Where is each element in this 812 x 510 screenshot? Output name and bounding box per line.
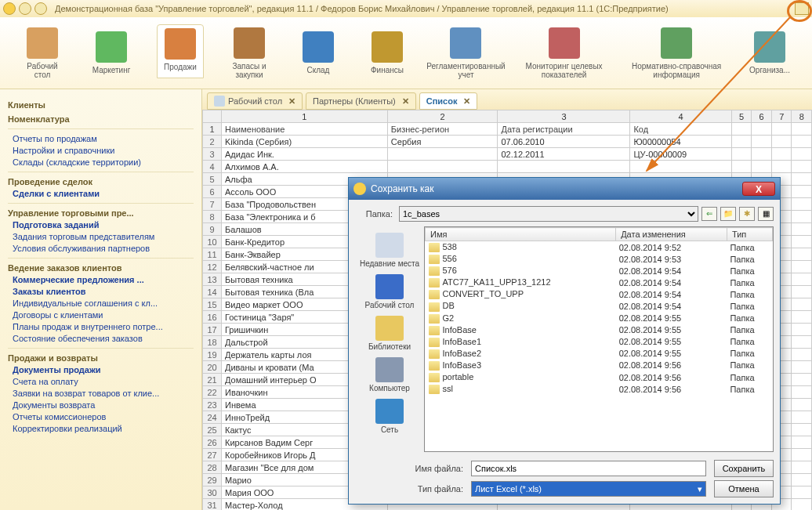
grid-row[interactable]: 3Адидас Инк.02.12.2011ЦУ-00000009 — [203, 148, 812, 161]
filelist-col[interactable]: Дата изменения — [616, 228, 727, 241]
tab-close-icon[interactable]: ✕ — [463, 96, 470, 107]
place-item[interactable]: Недавние места — [360, 233, 419, 268]
main-toolbar: Рабочий столМаркетингПродажиЗапасы и зак… — [0, 17, 812, 89]
toolbar-label: Маркетинг — [92, 66, 131, 74]
folder-select[interactable]: 1c_bases — [399, 206, 698, 222]
app-icon[interactable] — [3, 2, 16, 15]
toolbar-label: Продажи — [164, 63, 197, 71]
sidebar-link[interactable]: Настройки и справочники — [13, 146, 194, 155]
favorites-icon[interactable] — [19, 2, 31, 15]
dialog-close-button[interactable]: X — [742, 182, 775, 196]
filelist-row[interactable]: 55602.08.2014 9:53Папка — [426, 253, 773, 265]
filelist-row[interactable]: 53802.08.2014 9:52Папка — [426, 241, 773, 254]
tab[interactable]: Партнеры (Клиенты)✕ — [306, 92, 416, 110]
dialog-titlebar: Сохранить как X — [349, 178, 780, 200]
tab-close-icon[interactable]: ✕ — [288, 96, 295, 107]
filelist-row[interactable]: InfoBase302.08.2014 9:56Папка — [426, 360, 773, 371]
filename-input[interactable] — [471, 461, 706, 476]
grid-col-header[interactable]: 1 — [222, 110, 388, 123]
sidebar-link[interactable]: Корректировки реализаций — [13, 424, 194, 433]
nav-up-button[interactable]: 📁 — [720, 207, 736, 221]
filelist-type: Папка — [727, 241, 772, 254]
grid-col-header[interactable]: 4 — [630, 110, 731, 123]
filelist-name: 538 — [426, 241, 616, 254]
filelist-name: CONVERT_TO_UPP — [426, 288, 616, 300]
filelist-row[interactable]: ssl02.08.2014 9:56Папка — [426, 383, 773, 395]
sidebar-header: Управление торговыми пре... — [8, 208, 194, 218]
grid-row[interactable]: 2Kikinda (Сербия)Сербия07.06.2010Ю000000… — [203, 136, 812, 148]
grid-col-header[interactable]: 3 — [498, 110, 630, 123]
grid-col-header[interactable]: 8 — [792, 110, 812, 123]
filelist-row[interactable]: InfoBase02.08.2014 9:55Папка — [426, 324, 773, 336]
place-item[interactable]: Рабочий стол — [365, 274, 415, 309]
grid-rownum: 6 — [203, 186, 222, 198]
nav-back-button[interactable]: ⇐ — [701, 207, 717, 221]
toolbar-item[interactable]: Продажи — [157, 24, 204, 78]
toolbar-item[interactable]: Финансы — [364, 31, 411, 74]
nav-view-button[interactable]: ▦ — [758, 207, 774, 221]
tab[interactable]: Рабочий стол✕ — [207, 92, 303, 110]
cancel-button[interactable]: Отмена — [714, 480, 774, 497]
tab-close-icon[interactable]: ✕ — [402, 96, 409, 107]
filelist-col[interactable]: Имя — [426, 228, 616, 241]
filelist-row[interactable]: DB02.08.2014 9:54Папка — [426, 300, 773, 312]
toolbar-label: Рабочий стол — [19, 62, 66, 79]
sidebar-link[interactable]: Документы продажи — [13, 365, 194, 374]
filelist-row[interactable]: InfoBase202.08.2014 9:55Папка — [426, 348, 773, 360]
sidebar-link[interactable]: Задания торговым представителям — [13, 232, 194, 241]
filelist-row[interactable]: G202.08.2014 9:55Папка — [426, 313, 773, 324]
filelist-row[interactable]: CONVERT_TO_UPP02.08.2014 9:54Папка — [426, 288, 773, 300]
filelist-row[interactable]: portable02.08.2014 9:56Папка — [426, 371, 773, 383]
grid-rownum: 20 — [203, 361, 222, 374]
grid-col-header[interactable] — [203, 110, 222, 123]
sidebar-separator — [8, 128, 194, 129]
sidebar-link[interactable]: Коммерческие предложения ... — [13, 275, 194, 284]
filelist-row[interactable]: InfoBase102.08.2014 9:55Папка — [426, 336, 773, 348]
sidebar-link[interactable]: Договоры с клиентами — [13, 310, 194, 320]
grid-rownum: 30 — [203, 486, 222, 499]
toolbar-item[interactable]: Мониторинг целевых показателей — [521, 27, 607, 79]
grid-col-header[interactable]: 7 — [771, 110, 792, 123]
file-list[interactable]: ИмяДата измененияТип53802.08.2014 9:52Па… — [424, 226, 774, 452]
toolbar-item[interactable]: Регламентированный учет — [433, 27, 499, 79]
sidebar-separator — [8, 203, 194, 204]
toolbar-item[interactable]: Запасы и закупки — [226, 27, 273, 79]
filelist-col[interactable]: Тип — [727, 228, 772, 241]
grid-rownum: 7 — [203, 198, 222, 211]
toolbar-item[interactable]: Рабочий стол — [19, 27, 66, 79]
sidebar-link[interactable]: Заявки на возврат товаров от клие... — [13, 389, 194, 398]
sidebar-link[interactable]: Сделки с клиентами — [13, 189, 194, 198]
place-item[interactable]: Библиотеки — [368, 316, 411, 351]
grid-col-header[interactable]: 5 — [731, 110, 752, 123]
toolbar-item[interactable]: Нормативно-справочная информация — [629, 27, 724, 79]
sidebar-link[interactable]: Состояние обеспечения заказов — [13, 334, 194, 343]
toolbar-item[interactable]: Организа... — [746, 31, 793, 74]
sidebar-link[interactable]: Документы возврата — [13, 400, 194, 410]
sidebar-link[interactable]: Отчеты по продажам — [13, 134, 194, 143]
toolbar-item[interactable]: Склад — [295, 31, 342, 74]
sidebar-link[interactable]: Счета на оплату — [13, 377, 194, 386]
sidebar-link[interactable]: Склады (складские территории) — [13, 157, 194, 167]
dropdown-icon[interactable] — [34, 2, 47, 15]
sidebar-link[interactable]: Условия обслуживания партнеров — [13, 244, 194, 253]
grid-col-header[interactable]: 6 — [752, 110, 772, 123]
grid-col-header[interactable]: 2 — [387, 110, 498, 123]
nav-new-folder-button[interactable]: ✱ — [739, 207, 755, 221]
sidebar-link[interactable]: Подготовка заданий — [13, 220, 194, 230]
grid-rownum: 8 — [203, 211, 222, 223]
filelist-type: Папка — [727, 300, 772, 312]
filelist-row[interactable]: ATC77_KA11_UPP13_121202.08.2014 9:54Папк… — [426, 277, 773, 288]
save-button[interactable]: Сохранить — [714, 460, 774, 477]
sidebar-link[interactable]: Планы продаж и внутреннего потре... — [13, 322, 194, 331]
filelist-row[interactable]: 57602.08.2014 9:54Папка — [426, 265, 773, 277]
grid-row[interactable]: 4Алхимов А.А. — [203, 161, 812, 173]
titlebar-right-button[interactable] — [795, 2, 809, 15]
toolbar-item[interactable]: Маркетинг — [88, 31, 135, 74]
sidebar-link[interactable]: Заказы клиентов — [13, 287, 194, 296]
sidebar-link[interactable]: Индивидуальные соглашения с кл... — [13, 298, 194, 308]
tab[interactable]: Список✕ — [419, 92, 478, 110]
place-item[interactable]: Сеть — [375, 399, 404, 434]
sidebar-link[interactable]: Отчеты комиссионеров — [13, 412, 194, 421]
place-item[interactable]: Компьютер — [369, 357, 410, 392]
filetype-select[interactable]: Лист Excel (*.xls)▾ — [471, 481, 706, 497]
